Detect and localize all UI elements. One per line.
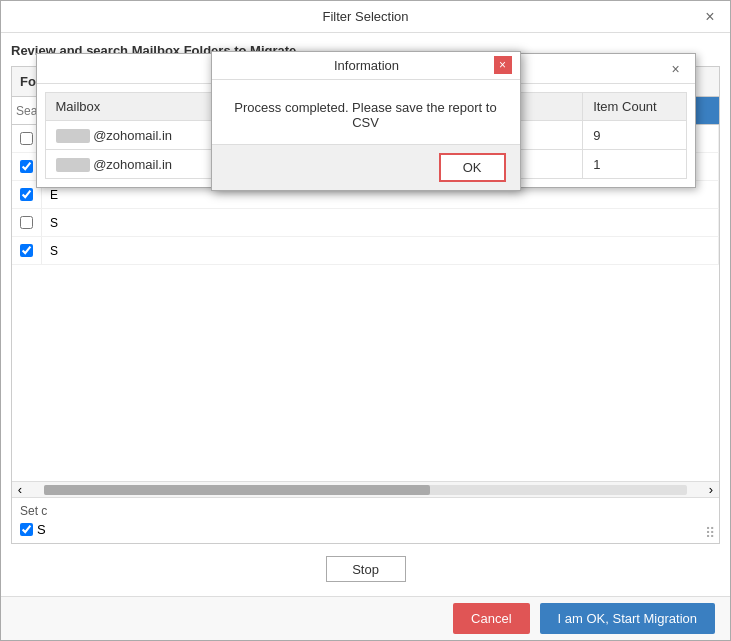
start-migration-button[interactable]: I am OK, Start Migration xyxy=(540,603,715,634)
info-dialog-close-button[interactable]: × xyxy=(494,56,512,74)
info-dialog-footer: OK xyxy=(212,144,520,190)
summary-modal-overlay: Summary × Mailbox Folder Status Item Cou… xyxy=(1,33,730,596)
main-content: Review and search Mailbox Folders to Mig… xyxy=(1,33,730,596)
info-dialog-message: Process completed. Please save the repor… xyxy=(234,100,496,130)
window-close-button[interactable]: × xyxy=(700,7,720,27)
summary-modal: Summary × Mailbox Folder Status Item Cou… xyxy=(36,53,696,188)
info-dialog-overlay: Information × Process completed. Please … xyxy=(37,54,695,187)
window-title: Filter Selection xyxy=(31,9,700,24)
info-dialog: Information × Process completed. Please … xyxy=(211,51,521,191)
info-dialog-title-bar: Information × xyxy=(212,52,520,80)
cancel-button[interactable]: Cancel xyxy=(453,603,529,634)
title-bar: Filter Selection × xyxy=(1,1,730,33)
footer-bar: Cancel I am OK, Start Migration xyxy=(1,596,730,640)
ok-button[interactable]: OK xyxy=(439,153,506,182)
info-dialog-body: Process completed. Please save the repor… xyxy=(212,80,520,144)
main-window: Filter Selection × Review and search Mai… xyxy=(0,0,731,641)
info-dialog-title: Information xyxy=(240,58,494,73)
